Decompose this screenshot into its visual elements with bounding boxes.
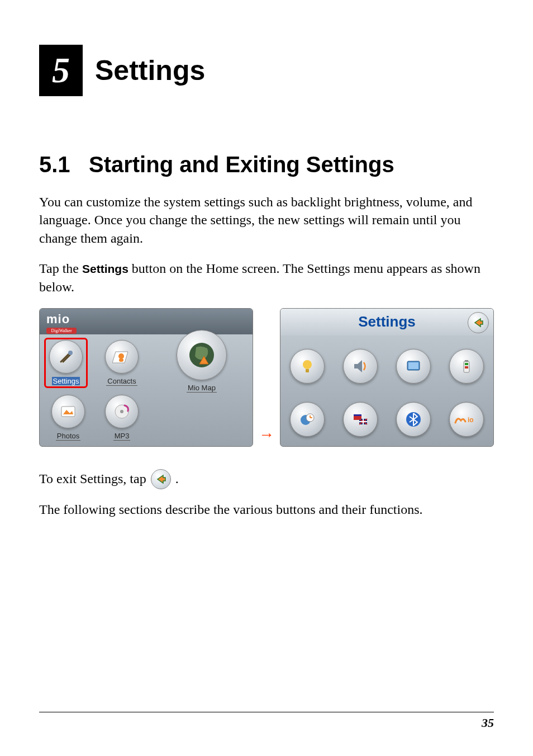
mio-brand-icon: io <box>449 402 484 437</box>
svg-point-3 <box>118 353 124 359</box>
settings-screen: Settings io <box>280 308 494 447</box>
home-icon-photos[interactable]: Photos <box>47 395 89 441</box>
exit-text-b: . <box>175 471 179 486</box>
screenshots-row: mio DigiWalker Settings Contacts <box>39 308 494 447</box>
svg-rect-10 <box>306 369 309 372</box>
home-icon-mp3-label: MP3 <box>113 432 131 441</box>
settings-screen-title: Settings <box>358 313 416 330</box>
photos-icon <box>51 395 85 428</box>
language-flags-icon <box>343 402 378 437</box>
settings-header: Settings <box>280 309 493 336</box>
back-arrow-icon <box>472 316 484 329</box>
volume-speaker-icon <box>343 349 378 384</box>
backlight-bulb-icon <box>290 349 325 384</box>
exit-settings-line: To exit Settings, tap . <box>39 469 494 489</box>
svg-rect-4 <box>119 358 123 362</box>
settings-tools-icon <box>49 340 83 374</box>
mio-logo: mio DigiWalker <box>46 312 77 334</box>
settings-icon-screen[interactable] <box>387 340 440 393</box>
home-icon-photos-label: Photos <box>56 432 80 441</box>
settings-icon-datetime[interactable] <box>280 393 334 446</box>
back-arrow-icon <box>155 473 167 485</box>
settings-icon-power[interactable] <box>440 340 493 393</box>
svg-rect-14 <box>465 360 468 362</box>
paragraph-following: The following sections describe the vari… <box>39 500 494 518</box>
section-heading: 5.1 Starting and Exiting Settings <box>39 152 494 177</box>
svg-rect-22 <box>354 414 361 416</box>
home-icon-mp3[interactable]: MP3 <box>101 395 142 441</box>
datetime-clock-globe-icon <box>290 402 325 437</box>
section-number: 5.1 <box>39 152 70 177</box>
miomap-globe-icon <box>177 330 227 380</box>
chapter-number: 5 <box>52 50 70 91</box>
section-title: Starting and Exiting Settings <box>89 152 394 177</box>
svg-text:io: io <box>468 416 474 424</box>
svg-point-2 <box>68 351 73 355</box>
page-number: 35 <box>482 716 494 730</box>
chapter-title: Settings <box>95 54 205 87</box>
mp3-icon <box>105 395 139 428</box>
paragraph-intro: You can customize the system settings su… <box>39 193 494 247</box>
svg-point-9 <box>303 360 312 369</box>
back-button[interactable] <box>468 312 489 333</box>
footer-rule <box>39 712 494 712</box>
settings-icon-volume[interactable] <box>334 340 387 393</box>
chapter-header: 5 Settings <box>39 45 494 96</box>
svg-point-8 <box>120 410 123 413</box>
settings-icon-language[interactable] <box>334 393 387 446</box>
inline-back-button[interactable] <box>151 469 171 489</box>
home-icon-contacts-label: Contacts <box>106 377 137 386</box>
home-icon-miomap[interactable]: Mio Map <box>174 330 230 393</box>
chapter-number-box: 5 <box>39 45 83 96</box>
settings-icon-bluetooth[interactable] <box>387 393 440 446</box>
home-screen: mio DigiWalker Settings Contacts <box>39 308 253 447</box>
screen-display-icon <box>396 349 431 384</box>
exit-text-a: To exit Settings, tap <box>39 471 146 486</box>
bluetooth-icon <box>396 402 431 437</box>
svg-rect-15 <box>465 363 468 365</box>
home-icon-contacts[interactable]: Contacts <box>101 340 142 386</box>
power-battery-icon <box>449 349 484 384</box>
settings-icon-mio[interactable]: io <box>440 393 493 446</box>
paragraph-tap-settings: Tap the Settings button on the Home scre… <box>39 259 494 296</box>
home-icon-settings[interactable]: Settings <box>45 339 87 387</box>
home-icon-miomap-label: Mio Map <box>187 384 217 393</box>
settings-bold-label: Settings <box>82 262 129 275</box>
arrow-icon: → <box>259 426 274 447</box>
home-icon-settings-label: Settings <box>52 377 80 385</box>
contacts-icon <box>105 340 139 374</box>
svg-rect-16 <box>465 366 468 368</box>
svg-rect-12 <box>408 362 418 369</box>
settings-icon-backlight[interactable] <box>280 340 334 393</box>
